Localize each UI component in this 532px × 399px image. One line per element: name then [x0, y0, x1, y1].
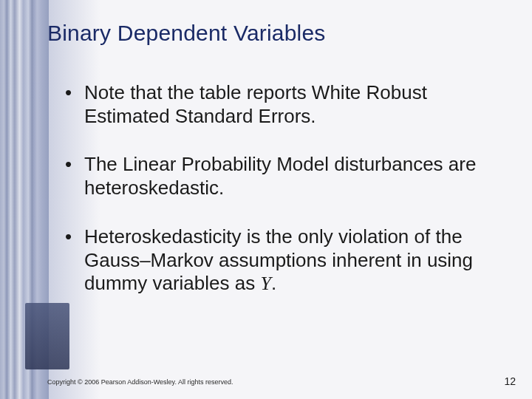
slide-content: Binary Dependent Variables Note that the…: [47, 21, 513, 321]
bullet-text: Note that the table reports White Robust…: [84, 81, 427, 127]
slide-title: Binary Dependent Variables: [47, 21, 513, 46]
bullet-list: Note that the table reports White Robust…: [47, 81, 513, 296]
page-number: 12: [504, 375, 516, 387]
bullet-item: Heteroskedasticity is the only violation…: [65, 225, 513, 296]
math-variable: Y: [260, 273, 270, 294]
bullet-text-post: .: [271, 272, 276, 294]
bullet-text: The Linear Probability Model disturbance…: [84, 153, 476, 199]
bullet-text-pre: Heteroskedasticity is the only violation…: [84, 225, 473, 294]
bullet-item: Note that the table reports White Robust…: [65, 81, 513, 128]
bullet-item: The Linear Probability Model disturbance…: [65, 153, 513, 200]
copyright-footer: Copyright © 2006 Pearson Addison-Wesley.…: [47, 378, 233, 386]
